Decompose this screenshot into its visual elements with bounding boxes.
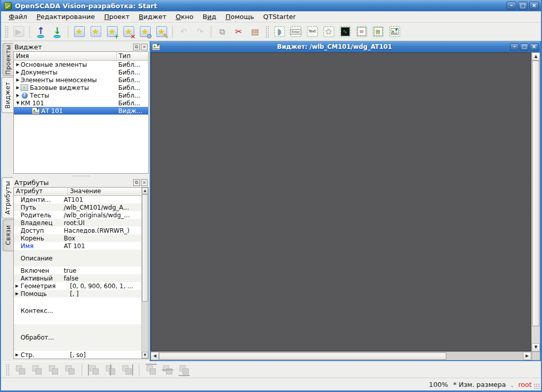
attributes-panel-close-button[interactable]: × bbox=[141, 179, 148, 186]
attributes-header[interactable]: Атрибут Значение bbox=[14, 188, 141, 196]
widget-tree-header[interactable]: Имя Тип bbox=[14, 52, 148, 61]
canvas-vertical-scrollbar[interactable]: ▲ ▼ bbox=[531, 52, 540, 351]
child-maximize-button[interactable]: □ bbox=[520, 43, 529, 51]
widget-panel-float-button[interactable]: ⧉ bbox=[133, 44, 140, 50]
formel-icon[interactable]: Enter bbox=[288, 24, 303, 40]
collapse-icon[interactable]: ▼ bbox=[15, 101, 21, 105]
attribute-row[interactable]: Контекс... bbox=[14, 297, 141, 324]
widget-panel-titlebar[interactable]: Виджет ⧉ × bbox=[13, 42, 149, 51]
child-minimize-button[interactable]: – bbox=[510, 43, 519, 51]
attribute-row[interactable]: Включенtrue bbox=[14, 267, 141, 274]
toolbar-drag-handle[interactable] bbox=[265, 26, 269, 38]
menu-виджет[interactable]: Виджет bbox=[134, 12, 171, 22]
expand-icon[interactable]: ▶ bbox=[15, 78, 21, 82]
child-close-button[interactable]: × bbox=[530, 43, 538, 51]
elfigure-icon[interactable]: ◗ bbox=[272, 24, 287, 40]
visual-item-properties-icon[interactable]: ★⚙ bbox=[137, 24, 153, 40]
scroll-down-icon[interactable]: ▼ bbox=[532, 343, 540, 351]
attribute-value[interactable]: Наследов.(RWRWR_) bbox=[61, 227, 141, 234]
tab-виджет[interactable]: Виджет bbox=[2, 77, 13, 113]
attribute-row[interactable]: Иденти...AT101 bbox=[14, 196, 141, 203]
attribute-row[interactable]: Родитель/wlb_originals/wdg_... bbox=[14, 211, 141, 219]
document-icon[interactable]: ▦ bbox=[370, 24, 386, 40]
window-titlebar[interactable]: OpenSCADA Vision-разработка: Start – □ × bbox=[1, 0, 541, 11]
attribute-value[interactable]: /wlb_originals/wdg_... bbox=[61, 212, 141, 219]
column-name[interactable]: Имя bbox=[14, 52, 116, 60]
menu-файл[interactable]: Файл bbox=[4, 12, 32, 22]
attribute-value[interactable]: Box bbox=[61, 235, 141, 242]
text-icon[interactable]: Text bbox=[304, 24, 320, 40]
attribute-value[interactable]: [0, 0, 900, 600, 1, ... bbox=[67, 283, 141, 290]
column-type[interactable]: Тип bbox=[116, 52, 148, 60]
attribute-value[interactable]: /wlb_CM101/wdg_A... bbox=[61, 204, 141, 211]
copy-icon[interactable]: ⧉ bbox=[214, 24, 230, 40]
current-user[interactable]: root bbox=[518, 381, 532, 388]
attribute-row[interactable]: Владелецroot:UI bbox=[14, 219, 141, 227]
tree-row[interactable]: ▲TValueАТ 101Видж... bbox=[14, 107, 148, 115]
widget-canvas[interactable] bbox=[151, 52, 531, 351]
tree-row[interactable]: ▶?ТестыБибл... bbox=[14, 91, 148, 99]
child-window-titlebar[interactable]: ▲TValue Виджет: /wlb_CM101/wdg_AT101 – □… bbox=[151, 41, 540, 52]
toolbar-drag-handle[interactable] bbox=[6, 364, 9, 376]
column-attribute[interactable]: Атрибут bbox=[14, 188, 67, 195]
close-button[interactable]: × bbox=[529, 2, 539, 10]
canvas-resize-grip[interactable] bbox=[531, 351, 540, 360]
expand-icon[interactable]: ▶ bbox=[14, 284, 20, 288]
new-widget-library-icon[interactable]: ★ bbox=[71, 24, 87, 40]
maximize-button[interactable]: □ bbox=[518, 2, 528, 10]
menu-проект[interactable]: Проект bbox=[99, 12, 134, 22]
menu-окно[interactable]: Окно bbox=[171, 12, 198, 22]
cut-icon[interactable]: ✂ bbox=[231, 24, 246, 40]
menu-редактирование[interactable]: Редактирование bbox=[32, 12, 99, 22]
tab-проекты[interactable]: Проекты bbox=[3, 43, 13, 76]
expand-icon[interactable]: ▶ bbox=[14, 291, 20, 296]
attribute-row[interactable]: Активныйfalse bbox=[14, 274, 141, 282]
expand-icon[interactable]: ▶ bbox=[15, 62, 21, 67]
function-value-icon[interactable]: ▲TValue bbox=[387, 24, 402, 40]
attribute-row[interactable]: ▶Геометрия[0, 0, 900, 600, 1, ... bbox=[14, 282, 141, 290]
attribute-value[interactable]: false bbox=[61, 275, 141, 282]
tab-связи[interactable]: Связи bbox=[3, 219, 13, 251]
attribute-row[interactable]: ДоступНаследов.(RWRWR_) bbox=[14, 227, 141, 234]
attribute-row[interactable]: Описание bbox=[14, 250, 141, 267]
expand-icon[interactable]: ▶ bbox=[15, 93, 21, 98]
scroll-up-icon[interactable]: ▲ bbox=[142, 188, 148, 194]
panel-splitter[interactable] bbox=[13, 174, 149, 178]
scroll-left-icon[interactable]: ◀ bbox=[151, 352, 159, 360]
attribute-value[interactable]: [, ] bbox=[67, 290, 141, 297]
attribute-value[interactable]: root:UI bbox=[61, 219, 141, 227]
menu-вид[interactable]: Вид bbox=[198, 12, 221, 22]
new-visual-item-icon[interactable]: ★ bbox=[88, 24, 103, 40]
attribute-row[interactable]: Обработ... bbox=[14, 324, 141, 351]
tree-row[interactable]: ▶ДокументыБибл... bbox=[14, 68, 148, 76]
attributes-panel-titlebar[interactable]: Атрибуты ⧉ × bbox=[13, 178, 149, 187]
tree-row[interactable]: ▶★Базовые виджетыБибл... bbox=[14, 84, 148, 91]
delete-visual-item-icon[interactable]: ★× bbox=[121, 24, 136, 40]
media-icon[interactable]: ✿ bbox=[321, 24, 336, 40]
attribute-value[interactable]: true bbox=[61, 267, 141, 274]
scroll-up-icon[interactable]: ▲ bbox=[532, 52, 540, 61]
window-resize-grip[interactable] bbox=[534, 383, 540, 389]
protocol-icon[interactable]: ≡ bbox=[354, 24, 369, 40]
tab-атрибуты[interactable]: Атрибуты bbox=[2, 177, 13, 218]
attribute-row[interactable]: Путь/wlb_CM101/wdg_A... bbox=[14, 203, 141, 211]
paste-icon[interactable]: ▤ bbox=[247, 24, 263, 40]
attributes-panel-float-button[interactable]: ⧉ bbox=[133, 179, 140, 186]
canvas-horizontal-scrollbar[interactable]: ◀ ▶ bbox=[151, 351, 531, 360]
add-visual-item-icon[interactable]: ★+ bbox=[104, 24, 120, 40]
attribute-row[interactable]: ▶Стр.[, so] bbox=[14, 351, 141, 359]
attribute-row[interactable]: ИмяAT 101 bbox=[14, 242, 141, 250]
scroll-down-icon[interactable]: ▼ bbox=[142, 352, 148, 359]
attribute-row[interactable]: ▶Помощь[, ] bbox=[14, 290, 141, 297]
attributes-scrollbar[interactable]: ▲ ▼ bbox=[141, 188, 148, 359]
expand-icon[interactable]: ▶ bbox=[14, 352, 20, 357]
scroll-right-icon[interactable]: ▶ bbox=[523, 352, 531, 360]
column-value[interactable]: Значение bbox=[67, 188, 141, 195]
diagram-icon[interactable]: ∿ bbox=[337, 24, 353, 40]
expand-icon[interactable]: ▶ bbox=[15, 85, 21, 90]
attribute-value[interactable]: AT101 bbox=[61, 196, 141, 203]
attribute-row[interactable]: КореньBox bbox=[14, 234, 141, 242]
menu-qtstarter[interactable]: QTStarter bbox=[259, 12, 300, 22]
attribute-value[interactable]: [, so] bbox=[67, 351, 141, 359]
expand-icon[interactable]: ▶ bbox=[15, 70, 21, 74]
